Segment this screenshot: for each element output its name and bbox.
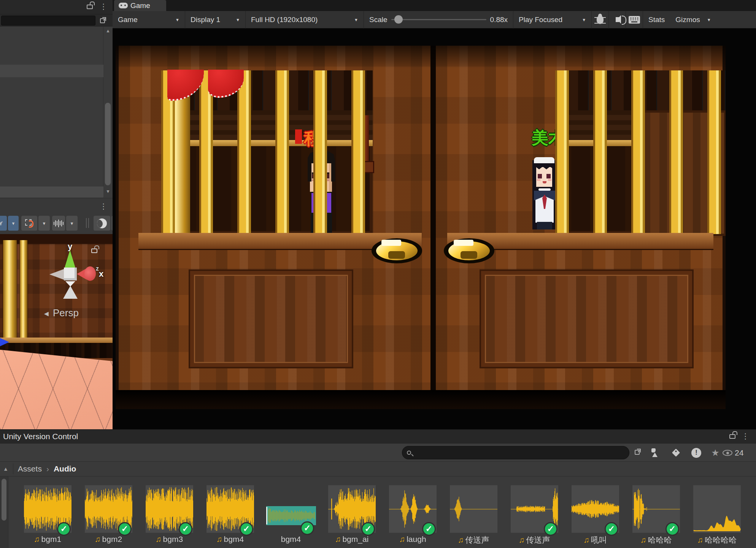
- breadcrumb-audio[interactable]: Audio: [54, 464, 76, 473]
- stats-button[interactable]: Stats: [643, 11, 670, 29]
- left-search-input[interactable]: [1, 16, 95, 25]
- music-note-icon: ♫: [697, 535, 703, 544]
- unlock-icon[interactable]: [87, 5, 93, 9]
- axis-dropdown-button[interactable]: ▼: [8, 216, 19, 231]
- asset-thumbnail[interactable]: [450, 485, 497, 533]
- scale-slider[interactable]: [391, 19, 486, 20]
- waveform-tool-dropdown[interactable]: ▼: [66, 216, 78, 231]
- asset-thumbnail[interactable]: ✓: [206, 485, 254, 533]
- left-door-window: 程: [161, 70, 373, 234]
- asset-thumbnail[interactable]: ✓: [267, 485, 315, 533]
- chevron-down-icon: ▼: [582, 18, 586, 22]
- list-selected-row[interactable]: [0, 65, 103, 77]
- music-note-icon: ♫: [399, 535, 405, 543]
- tab-game[interactable]: Game: [114, 0, 166, 11]
- filter-by-type-button[interactable]: [647, 445, 663, 460]
- gizmo-left-cone[interactable]: [49, 269, 64, 280]
- asset-label[interactable]: ♫bgm1: [17, 535, 78, 544]
- axis-toggle-button[interactable]: Y: [0, 216, 7, 231]
- game-viewport[interactable]: 程: [113, 29, 756, 429]
- left-scrollbar[interactable]: ▲ ▼: [103, 27, 113, 198]
- asset-name: bgm4: [224, 535, 244, 543]
- asset-label[interactable]: ♫传送声: [504, 535, 565, 545]
- scene-floor-shadow: [116, 390, 726, 409]
- asset-name: 传送声: [526, 535, 550, 544]
- game-toolbar: Game▼ Display 1▼ Full HD (1920x1080)▼ Sc…: [113, 11, 756, 29]
- asset-name: bgm_ai: [342, 535, 368, 543]
- grid-snap-button[interactable]: [21, 216, 37, 231]
- asset-thumbnail[interactable]: ✓: [632, 485, 680, 533]
- asset-label[interactable]: ♫传送声: [443, 535, 504, 545]
- gizmo-center-cube[interactable]: [64, 268, 77, 280]
- collapse-up-icon[interactable]: ▲: [3, 466, 8, 472]
- asset-label[interactable]: bgm4: [260, 535, 321, 544]
- asset-thumbnail[interactable]: ✓: [511, 485, 558, 533]
- music-note-icon: ♫: [34, 535, 40, 543]
- scene-gold-pillar: [20, 240, 27, 340]
- resolution-dropdown[interactable]: Full HD (1920x1080)▼: [246, 11, 364, 29]
- gizmo-y-axis-cone[interactable]: [65, 250, 75, 268]
- scroll-down-icon[interactable]: ▼: [103, 189, 113, 194]
- asset-thumbnail[interactable]: ✓: [389, 485, 437, 533]
- asset-thumbnail[interactable]: ✓: [85, 485, 132, 533]
- display-dropdown[interactable]: Display 1▼: [185, 11, 245, 29]
- asset-name: 传送声: [465, 535, 489, 544]
- asset-thumbnail[interactable]: ✓: [146, 485, 193, 533]
- waveform-tool-button[interactable]: [52, 216, 65, 231]
- project-search-input[interactable]: [402, 446, 629, 459]
- asset-thumbnail[interactable]: ✓: [572, 485, 619, 533]
- asset-name: 哈哈哈: [648, 535, 672, 544]
- scrollbar-thumb[interactable]: [105, 103, 111, 185]
- play-focused-dropdown[interactable]: Play Focused▼: [513, 11, 591, 29]
- asset-thumbnail[interactable]: ✓: [328, 485, 376, 533]
- asset-label[interactable]: ♫bgm2: [78, 535, 139, 544]
- asset-thumbnail[interactable]: ✓: [24, 485, 71, 533]
- scroll-up-icon[interactable]: ▲: [103, 28, 113, 33]
- music-note-icon: ♫: [156, 535, 162, 543]
- game-view-dropdown[interactable]: Game▼: [113, 11, 185, 29]
- shading-mode-button[interactable]: [94, 216, 110, 231]
- chevron-down-icon: ▼: [70, 221, 74, 226]
- star-icon: ★: [711, 448, 719, 458]
- mute-audio-button[interactable]: [609, 11, 626, 29]
- persp-label[interactable]: ◄ Persp: [43, 307, 79, 319]
- asset-label[interactable]: ♫哈哈哈: [626, 535, 686, 545]
- scale-slider-handle[interactable]: [394, 15, 403, 24]
- gizmo-x-label[interactable]: x: [99, 269, 103, 279]
- overlay-menu-icon[interactable]: ⋮: [100, 203, 107, 210]
- panel-menu-icon[interactable]: ⋮: [100, 3, 107, 10]
- asset-label[interactable]: ♫bgm4: [200, 535, 260, 544]
- search-expand-button[interactable]: [631, 447, 643, 457]
- gizmo-x-axis-base[interactable]: [84, 266, 96, 281]
- asset-label[interactable]: ♫哈哈哈哈: [686, 535, 747, 545]
- debug-button[interactable]: [592, 11, 608, 29]
- gizmos-dropdown[interactable]: Gizmos▼: [670, 11, 716, 29]
- scene-top-shadow: [116, 46, 726, 68]
- panel-menu-icon[interactable]: ⋮: [742, 433, 749, 440]
- imported-check-badge: ✓: [422, 522, 436, 536]
- music-note-icon: ♫: [640, 535, 646, 544]
- unlock-icon[interactable]: [729, 434, 735, 439]
- scene-view[interactable]: y z x ◄ Persp: [0, 234, 113, 429]
- asset-thumbnail[interactable]: [693, 485, 741, 533]
- asset-label[interactable]: ♫bgm_ai: [321, 535, 382, 544]
- open-new-window-button[interactable]: [97, 16, 108, 25]
- left-panel-list[interactable]: [0, 27, 103, 198]
- asset-label[interactable]: ♫laugh: [382, 535, 443, 544]
- input-button[interactable]: [626, 11, 643, 29]
- chevron-down-icon: ▼: [354, 18, 358, 22]
- grid-snap-dropdown[interactable]: ▼: [38, 216, 50, 231]
- speaker-icon: [616, 17, 619, 22]
- favorites-button[interactable]: ★: [707, 445, 723, 460]
- alerts-button[interactable]: !: [688, 445, 704, 460]
- asset-label[interactable]: ♫吼叫: [565, 535, 626, 545]
- left-panel-header: ⋮: [0, 0, 113, 14]
- breadcrumb-assets[interactable]: Assets: [18, 464, 42, 473]
- visibility-counter[interactable]: 24: [723, 445, 753, 460]
- divider: [13, 464, 13, 474]
- filter-by-label-button[interactable]: [668, 445, 684, 460]
- gizmo-unlock-icon[interactable]: [91, 249, 97, 253]
- asset-label[interactable]: ♫bgm3: [139, 535, 200, 544]
- gizmo-z-label[interactable]: z: [96, 265, 99, 272]
- persp-arrow-icon: ◄: [43, 309, 50, 318]
